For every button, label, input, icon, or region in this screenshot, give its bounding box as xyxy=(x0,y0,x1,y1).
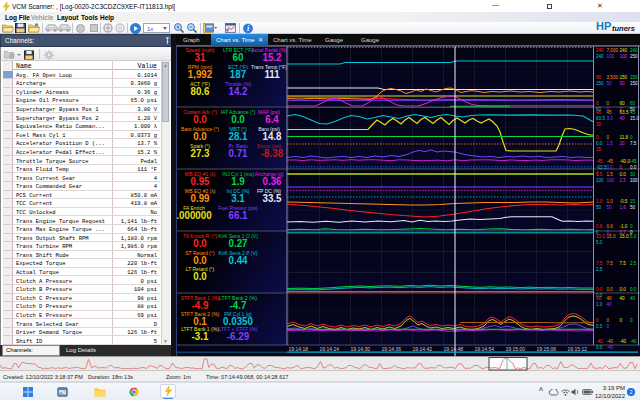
svg-text:0: 0 xyxy=(596,135,599,140)
svg-text:30: 30 xyxy=(630,172,636,177)
svg-text:15.0: 15.0 xyxy=(630,116,639,121)
svg-text:19:15:06: 19:15:06 xyxy=(537,346,557,352)
svg-text:0.0: 0.0 xyxy=(620,287,627,292)
svg-text:100: 100 xyxy=(596,178,604,183)
svg-text:1.5: 1.5 xyxy=(607,172,614,177)
svg-text:60: 60 xyxy=(620,101,626,106)
svg-text:19:14:30: 19:14:30 xyxy=(351,346,371,352)
svg-text:0: 0 xyxy=(630,135,633,140)
svg-text:7,000: 7,000 xyxy=(607,48,619,53)
svg-text:63.5: 63.5 xyxy=(620,110,629,115)
svg-text:-1.0: -1.0 xyxy=(620,224,628,229)
svg-text:2.5: 2.5 xyxy=(620,178,627,183)
svg-text:50: 50 xyxy=(607,205,613,210)
svg-text:2.5: 2.5 xyxy=(596,267,603,272)
svg-text:15: 15 xyxy=(596,147,602,152)
svg-text:40: 40 xyxy=(607,296,613,301)
svg-text:0.0: 0.0 xyxy=(607,287,614,292)
svg-text:0.0: 0.0 xyxy=(596,345,603,350)
svg-text:-45: -45 xyxy=(630,159,637,164)
svg-text:150: 150 xyxy=(620,75,628,80)
svg-text:63.5: 63.5 xyxy=(596,116,605,121)
svg-text:45: 45 xyxy=(607,110,613,115)
svg-text:5.0: 5.0 xyxy=(596,240,603,245)
svg-text:240: 240 xyxy=(620,48,628,53)
svg-text:15.0: 15.0 xyxy=(620,234,629,239)
svg-text:19:15:00: 19:15:00 xyxy=(506,346,526,352)
svg-text:0.0: 0.0 xyxy=(596,141,603,146)
svg-text:-40: -40 xyxy=(607,345,614,350)
svg-text:5.0: 5.0 xyxy=(630,234,637,239)
svg-text:40: 40 xyxy=(630,296,636,301)
svg-text:240: 240 xyxy=(596,48,604,53)
svg-text:0: 0 xyxy=(596,101,599,106)
svg-text:0: 0 xyxy=(630,224,633,229)
svg-text:11.8: 11.8 xyxy=(620,135,629,140)
svg-text:250: 250 xyxy=(630,54,638,59)
svg-text:7.5: 7.5 xyxy=(620,261,627,266)
svg-text:30: 30 xyxy=(596,122,602,127)
svg-text:1.5: 1.5 xyxy=(607,141,614,146)
svg-text:-45: -45 xyxy=(596,159,603,164)
svg-text:40: 40 xyxy=(596,296,602,301)
svg-text:-40: -40 xyxy=(630,339,637,344)
svg-text:150: 150 xyxy=(630,81,638,86)
svg-text:40: 40 xyxy=(620,296,626,301)
svg-text:0: 0 xyxy=(620,165,623,170)
svg-text:100: 100 xyxy=(607,54,615,59)
svg-text:0.0: 0.0 xyxy=(596,287,603,292)
svg-text:0: 0 xyxy=(620,318,623,323)
svg-text:150: 150 xyxy=(630,75,638,80)
svg-text:15.0: 15.0 xyxy=(607,234,616,239)
svg-text:80: 80 xyxy=(596,75,602,80)
svg-text:0.5: 0.5 xyxy=(596,324,603,329)
svg-text:0.0: 0.0 xyxy=(607,165,614,170)
svg-text:0: 0 xyxy=(607,101,610,106)
svg-text:1.6: 1.6 xyxy=(620,205,627,210)
svg-text:40: 40 xyxy=(607,302,613,307)
svg-text:-40.0: -40.0 xyxy=(620,159,631,164)
svg-text:19:14:48: 19:14:48 xyxy=(444,346,464,352)
svg-text:7.5: 7.5 xyxy=(630,141,637,146)
svg-text:1.0: 1.0 xyxy=(596,199,603,204)
svg-text:45: 45 xyxy=(596,110,602,115)
svg-text:3,500: 3,500 xyxy=(607,75,619,80)
svg-text:19:14:36: 19:14:36 xyxy=(382,346,402,352)
svg-text:19:14:24: 19:14:24 xyxy=(320,346,340,352)
svg-text:-40: -40 xyxy=(596,339,603,344)
svg-text:1.0: 1.0 xyxy=(607,199,614,204)
svg-text:1.0: 1.0 xyxy=(596,302,603,307)
svg-text:-40: -40 xyxy=(607,339,614,344)
svg-text:0.0: 0.0 xyxy=(630,165,637,170)
svg-text:0: 0 xyxy=(607,135,610,140)
svg-text:19:15:12: 19:15:12 xyxy=(568,346,588,352)
svg-text:0.0: 0.0 xyxy=(630,287,637,292)
svg-text:19:14:42: 19:14:42 xyxy=(413,346,433,352)
svg-text:1.5: 1.5 xyxy=(596,172,603,177)
svg-text:0: 0 xyxy=(630,318,633,323)
svg-text:7.5: 7.5 xyxy=(596,261,603,266)
svg-text:0: 0 xyxy=(607,324,610,329)
svg-text:40: 40 xyxy=(620,116,626,121)
svg-text:-40: -40 xyxy=(620,339,627,344)
svg-text:2.5: 2.5 xyxy=(630,261,637,266)
svg-text:0: 0 xyxy=(607,318,610,323)
svg-text:15.0: 15.0 xyxy=(596,234,605,239)
svg-text:50: 50 xyxy=(630,205,636,210)
svg-text:3.0: 3.0 xyxy=(607,116,614,121)
svg-text:19:14:54: 19:14:54 xyxy=(475,346,495,352)
svg-text:-0.5: -0.5 xyxy=(620,199,628,204)
svg-text:60: 60 xyxy=(630,101,636,106)
svg-text:50: 50 xyxy=(620,81,626,86)
svg-text:0.6: 0.6 xyxy=(596,224,603,229)
svg-text:-45: -45 xyxy=(607,159,614,164)
svg-text:50: 50 xyxy=(607,81,613,86)
svg-text:150: 150 xyxy=(596,81,604,86)
svg-text:50: 50 xyxy=(596,205,602,210)
svg-text:100: 100 xyxy=(620,54,628,59)
svg-text:20: 20 xyxy=(620,141,626,146)
svg-text:0: 0 xyxy=(596,318,599,323)
svg-text:100: 100 xyxy=(607,178,615,183)
svg-text:0.6: 0.6 xyxy=(607,224,614,229)
svg-text:0.0: 0.0 xyxy=(620,172,627,177)
